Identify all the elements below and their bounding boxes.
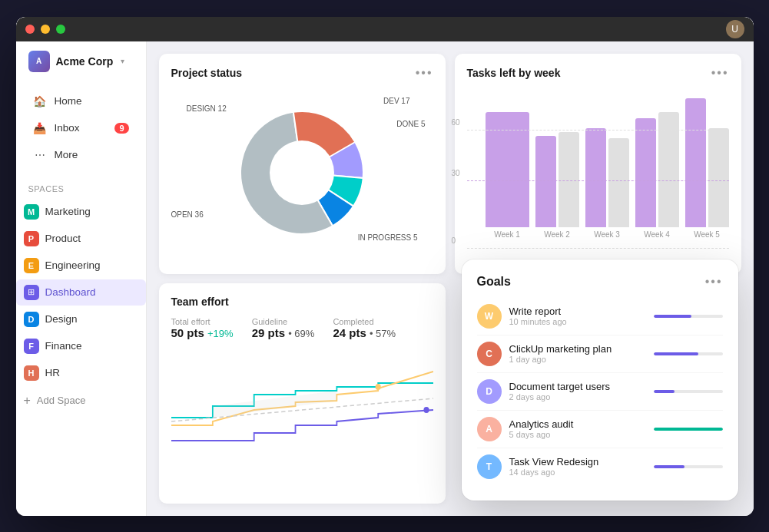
bar-label-Week 5: Week 5 [694,230,720,239]
sidebar-nav: 🏠 Home 📥 Inbox 9 ⋯ More [16,81,146,175]
goal-item-3: D Document target users 2 days ago [477,373,723,411]
dev-label: DEV 17 [383,97,409,105]
done-label: DONE 5 [396,120,425,128]
open-label: OPEN 36 [171,210,204,219]
progress-fill-1 [654,315,692,318]
spaces-list: M Marketing P Product E Engineering ⊞ Da… [16,198,146,387]
tasks-more[interactable]: ••• [711,66,729,80]
bar-gray-Week 5 [708,128,729,227]
goal-avatar-5: T [477,454,502,479]
sidebar-item-engineering[interactable]: E Engineering [16,253,146,279]
pie-chart [225,96,379,249]
sidebar-item-dashboard[interactable]: ⊞ Dashboard [16,279,146,306]
goal-name-1: Write report [509,306,646,317]
bar-group-week1: Week 1 [486,89,529,239]
svg-point-0 [270,140,334,205]
tasks-by-week-card: Tasks left by week ••• 60 30 0 Week 1Wee… [455,54,741,274]
goals-card: Goals ••• W Write report 10 minutes ago … [462,259,738,501]
project-status-title: Project status [171,67,243,79]
stat-total-effort: Total effort 50 pts +19% [171,317,234,339]
goal-info-5: Task View Redesign 14 days ago [509,456,646,477]
add-space-button[interactable]: + Add Space [16,388,146,413]
space-dot-hr: H [24,365,39,381]
stat-label-completed: Completed [333,317,396,326]
goal-avatar-2: C [477,342,502,366]
progress-fill-2 [654,352,699,355]
user-avatar[interactable]: U [726,20,744,38]
bar-label-Week 3: Week 3 [594,230,620,239]
svg-point-2 [423,407,429,413]
goals-header: Goals ••• [477,275,723,289]
goal-avatar-3: D [477,379,502,404]
goal-time-1: 10 minutes ago [509,317,646,326]
sidebar-item-finance[interactable]: F Finance [16,333,146,359]
goal-avatar-1: W [477,304,502,329]
goal-item-4: A Analytics audit 5 days ago [477,411,723,448]
goal-time-4: 5 days ago [509,430,646,439]
team-effort-title: Team effort [171,296,229,308]
sidebar-item-inbox[interactable]: 📥 Inbox 9 [21,115,141,141]
goals-title: Goals [477,275,511,289]
inbox-icon: 📥 [33,121,47,135]
project-status-header: Project status ••• [171,66,433,80]
y-label-0: 0 [452,236,456,244]
sidebar-label-home: Home [55,95,82,107]
company-icon: A [28,51,50,72]
bar-purple-Week 4 [635,118,656,226]
y-label-30: 30 [452,168,460,177]
more-icon: ⋯ [33,148,47,162]
goal-name-4: Analytics audit [509,418,646,430]
sidebar: A Acme Corp ▾ 🏠 Home 📥 Inbox 9 ⋯ More Sp… [16,17,147,516]
sidebar-item-hr[interactable]: H HR [16,360,146,386]
goal-progress-2 [654,352,723,355]
progress-bg-4 [654,428,723,431]
plus-icon: + [24,394,31,408]
sidebar-item-marketing[interactable]: M Marketing [16,199,146,225]
gridline-0 [467,248,729,249]
y-label-60: 60 [452,118,460,127]
bar-label-Week 4: Week 4 [644,230,670,239]
bar-label-Week 2: Week 2 [544,230,570,239]
chevron-down-icon: ▾ [121,57,124,65]
stat-extra-guideline: • 69% [288,328,314,339]
goal-progress-1 [654,315,723,318]
stat-completed: Completed 24 pts • 57% [333,317,396,339]
line-chart-svg [171,349,433,456]
dashboard-icon: ⊞ [24,285,39,300]
bar-purple-Week 2 [535,136,556,226]
stat-guideline: Guideline 29 pts • 69% [252,317,315,339]
bar-group-week4: Week 4 [635,89,679,239]
sidebar-item-product[interactable]: P Product [16,226,146,252]
goal-progress-3 [654,390,723,393]
goal-info-2: ClickUp marketing plan 1 day ago [509,343,646,364]
close-button[interactable] [25,25,35,34]
tasks-title: Tasks left by week [467,67,561,79]
inbox-badge: 9 [114,123,128,134]
maximize-button[interactable] [56,25,65,34]
sidebar-item-design[interactable]: D Design [16,306,146,332]
space-dot-engineering: E [24,258,39,273]
stat-label-total: Total effort [171,317,234,326]
bar-gray-Week 2 [559,132,579,226]
space-label-finance: Finance [45,340,82,352]
project-status-more[interactable]: ••• [416,66,433,80]
minimize-button[interactable] [41,25,50,34]
space-label-design: Design [45,313,78,325]
company-header[interactable]: A Acme Corp ▾ [16,41,146,81]
progress-fill-4 [654,428,723,431]
goals-more[interactable]: ••• [705,275,723,289]
goal-progress-4 [654,428,723,431]
space-label-hr: HR [45,367,61,378]
sidebar-item-more[interactable]: ⋯ More [21,142,141,168]
stat-extra-completed: • 57% [370,328,396,339]
line-chart-area [171,349,433,483]
space-dot-finance: F [24,339,39,354]
stat-label-guideline: Guideline [252,317,315,326]
sidebar-item-home[interactable]: 🏠 Home [21,88,141,114]
team-effort-header: Team effort [171,296,433,308]
bar-group-week5: Week 5 [685,89,729,239]
home-icon: 🏠 [33,94,47,108]
progress-fill-3 [654,390,675,393]
goal-progress-5 [654,465,723,468]
space-dot-marketing: M [24,204,39,220]
